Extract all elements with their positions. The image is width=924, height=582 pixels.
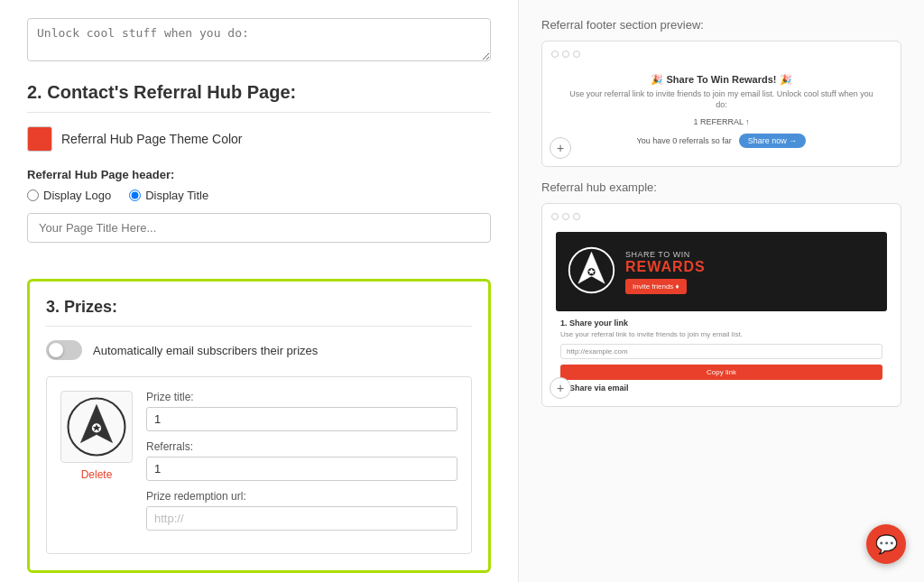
- chat-fab[interactable]: 💬: [866, 524, 906, 564]
- hub-example-box: SHARE TO WIN REWARDS Invite friends ♦ 1.…: [541, 203, 901, 407]
- footer-count-text: You have 0 referrals so far: [637, 136, 732, 145]
- footer-emoji-title: 🎉 Share To Win Rewards! 🎉: [565, 74, 878, 86]
- radio-title-label: Display Title: [145, 189, 208, 202]
- chat-icon: 💬: [875, 533, 898, 555]
- contact-referral-section: 2. Contact's Referral Hub Page: Referral…: [27, 82, 491, 261]
- right-panel: Referral footer section preview: 🎉 Share…: [519, 0, 924, 582]
- left-panel: 2. Contact's Referral Hub Page: Referral…: [0, 0, 519, 582]
- hub-logo-svg: [567, 245, 616, 295]
- radio-logo-option[interactable]: Display Logo: [27, 189, 111, 202]
- section2-title: 2. Contact's Referral Hub Page:: [27, 82, 491, 113]
- hub-header-section: Referral Hub Page header: Display Logo D…: [27, 168, 491, 202]
- footer-referral-text: 1 REFERRAL ↑: [565, 117, 878, 126]
- hub-example-label: Referral hub example:: [541, 180, 901, 194]
- prize-image-container: Delete: [60, 391, 133, 540]
- footer-share-btn[interactable]: Share now →: [739, 134, 807, 148]
- prize-url-input[interactable]: [146, 506, 457, 531]
- auto-email-row: Automatically email subscribers their pr…: [46, 340, 472, 360]
- hub-share-text: SHARE TO WIN: [625, 250, 876, 259]
- prize-url-label: Prize redemption url:: [146, 490, 457, 503]
- hub-step2-title: 2. Share via email: [560, 383, 882, 393]
- hub-header-label: Referral Hub Page header:: [27, 168, 491, 181]
- dot-2: [562, 51, 569, 58]
- radio-group: Display Logo Display Title: [27, 189, 491, 202]
- dot-3: [573, 51, 580, 58]
- prizes-section: 3. Prizes: Automatically email subscribe…: [27, 279, 491, 573]
- prize-fields: Prize title: Referrals: Prize redemption…: [146, 391, 457, 540]
- hub-preview-content: SHARE TO WIN REWARDS Invite friends ♦ 1.…: [551, 227, 892, 397]
- page-title-input[interactable]: [27, 213, 491, 243]
- radio-title-option[interactable]: Display Title: [129, 189, 208, 202]
- auto-email-toggle[interactable]: [46, 340, 82, 360]
- delete-link[interactable]: Delete: [60, 468, 133, 481]
- prize-card: Delete Prize title: Referrals: Prize red…: [46, 376, 472, 554]
- hub-invite-btn[interactable]: Invite friends ♦: [625, 279, 687, 294]
- hub-preview-logo: [567, 245, 616, 298]
- theme-color-swatch[interactable]: [27, 126, 52, 152]
- hub-step1-title: 1. Share your link: [560, 319, 882, 328]
- browser-dots: [551, 51, 892, 58]
- prize-image-svg: [65, 395, 128, 458]
- footer-preview-subtitle: Use your referral link to invite friends…: [565, 89, 878, 110]
- auto-email-label: Automatically email subscribers their pr…: [93, 344, 318, 357]
- footer-preview-box: 🎉 Share To Win Rewards! 🎉 Use your refer…: [541, 41, 901, 167]
- referrals-input[interactable]: [146, 457, 457, 481]
- prize-image-box[interactable]: [60, 391, 133, 463]
- hub-preview-text: SHARE TO WIN REWARDS Invite friends ♦: [625, 250, 876, 294]
- radio-title-input[interactable]: [129, 189, 141, 201]
- prize-title-input[interactable]: [146, 407, 457, 431]
- hub-preview-banner: SHARE TO WIN REWARDS Invite friends ♦: [556, 232, 887, 311]
- hub-browser-dots: [551, 213, 892, 220]
- theme-color-row: Referral Hub Page Theme Color: [27, 126, 491, 152]
- hub-dot-2: [562, 213, 569, 220]
- dot-1: [551, 51, 559, 58]
- radio-logo-input[interactable]: [27, 189, 39, 201]
- theme-color-label: Referral Hub Page Theme Color: [61, 132, 243, 146]
- hub-preview-steps: 1. Share your link Use your referral lin…: [556, 319, 887, 393]
- hub-dot-1: [551, 213, 559, 220]
- footer-preview-label: Referral footer section preview:: [541, 18, 901, 32]
- hub-link-box: http://example.com: [560, 344, 882, 359]
- footer-preview-content: 🎉 Share To Win Rewards! 🎉 Use your refer…: [551, 65, 892, 157]
- referrals-label: Referrals:: [146, 440, 457, 453]
- hub-dot-3: [573, 213, 580, 220]
- hub-rewards-text: REWARDS: [625, 259, 876, 275]
- unlock-textarea[interactable]: [27, 18, 491, 61]
- prize-title-label: Prize title:: [146, 391, 457, 403]
- prizes-title: 3. Prizes:: [46, 298, 472, 327]
- hub-step1-text: Use your referral link to invite friends…: [560, 330, 882, 338]
- unlock-textarea-container: [27, 18, 491, 64]
- radio-logo-label: Display Logo: [43, 189, 111, 202]
- hub-copy-btn[interactable]: Copy link: [560, 365, 882, 380]
- footer-preview-actions: You have 0 referrals so far Share now →: [565, 134, 878, 148]
